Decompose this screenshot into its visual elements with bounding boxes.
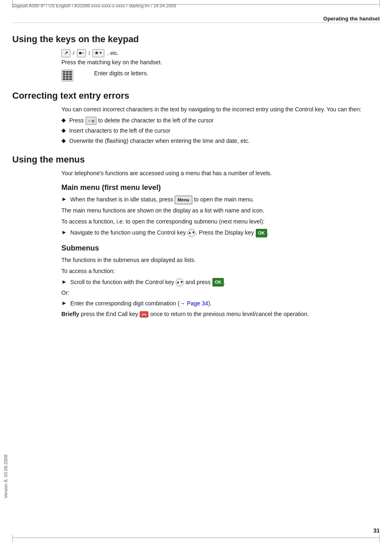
page-number: 31 bbox=[373, 527, 380, 534]
mainmenu-para1: The main menu functions are shown on the… bbox=[61, 206, 380, 215]
subsection-title-submenus: Submenus bbox=[61, 244, 380, 253]
endcall-key-icon bbox=[140, 311, 149, 318]
call-key-icon: ↗ bbox=[61, 49, 70, 57]
menu-key-badge: Menu bbox=[175, 196, 192, 204]
submenus-para1: The functions in the submenus are displa… bbox=[61, 256, 380, 264]
section-title-keys: Using the keys on the keypad bbox=[12, 34, 380, 45]
key-desc-1: Press the matching key on the handset. bbox=[61, 58, 380, 67]
section-title-correcting: Correcting text entry errors bbox=[12, 90, 380, 101]
phone-grid-cell bbox=[61, 70, 94, 81]
page-header: Gigaset A580 IP / US English / A31008-xx… bbox=[12, 3, 380, 8]
header-separator bbox=[12, 23, 380, 23]
etc-label: , etc. bbox=[107, 50, 119, 56]
key-icons-cell: ↗ / ■– / ★⚬ , etc. bbox=[61, 49, 119, 57]
slash-separator: / bbox=[73, 50, 74, 56]
tick-bottom-right bbox=[379, 535, 380, 542]
menus-intro: Your telephone's functions are accessed … bbox=[61, 169, 380, 178]
ok-key-badge-2: OK bbox=[212, 278, 224, 287]
breadcrumb: Gigaset A580 IP / US English / A31008-xx… bbox=[12, 3, 176, 8]
correcting-intro: You can correct incorrect characters in … bbox=[61, 105, 380, 114]
key-row-1: ↗ / ■– / ★⚬ , etc. bbox=[61, 49, 380, 57]
tick-bottom-left bbox=[12, 535, 13, 542]
arrow-bullet-mainmenu-1: ► When the handset is in idle status, pr… bbox=[61, 195, 380, 204]
arrow-bullet-submenus-1: ► Scroll to the function with the Contro… bbox=[61, 278, 380, 287]
hash-key-icon: ■– bbox=[77, 49, 86, 57]
bullet-correct-2: ◆ Insert characters to the left of the c… bbox=[61, 126, 380, 135]
submenus-para2: To access a function: bbox=[61, 267, 380, 276]
arrow-bullet-submenus-2: ► Enter the corresponding digit combinat… bbox=[61, 299, 380, 308]
subsection-title-mainmenu: Main menu (first menu level) bbox=[61, 183, 380, 192]
section-header: Operating the handset bbox=[323, 16, 380, 22]
or-label: Or: bbox=[61, 289, 380, 297]
slash-separator2: / bbox=[88, 50, 90, 56]
sidebar-version: Version 8, 03.09.2008 bbox=[0, 436, 11, 517]
bullet-correct-1: ◆ Press ←c to delete the character to th… bbox=[61, 116, 380, 125]
section-title-menus: Using the menus bbox=[12, 154, 380, 165]
briefly-para: Briefly press the End Call key once to r… bbox=[61, 310, 380, 318]
nav-control-key-2: ▲▼ bbox=[176, 278, 184, 287]
key-desc-2: Enter digits or letters. bbox=[94, 69, 380, 78]
bullet-correct-3: ◆ Overwrite the (flashing) character whe… bbox=[61, 137, 380, 145]
key-row-2: Enter digits or letters. bbox=[61, 69, 380, 81]
ok-key-badge: OK bbox=[256, 229, 268, 237]
star-key-icon: ★⚬ bbox=[92, 49, 104, 57]
backc-key-icon: ←c bbox=[86, 117, 97, 125]
page-34-link[interactable]: Page 34 bbox=[187, 300, 208, 307]
main-content: Using the keys on the keypad ↗ / ■– / ★⚬… bbox=[12, 27, 380, 526]
nav-control-key: ▲▼ bbox=[187, 229, 196, 237]
briefly-bold: Briefly bbox=[61, 311, 79, 317]
arrow-bullet-mainmenu-2: ► Navigate to the function using the Con… bbox=[61, 228, 380, 237]
phone-grid-icon bbox=[61, 70, 73, 81]
mainmenu-para2: To access a function, i.e. to open the c… bbox=[61, 217, 380, 226]
bottom-border bbox=[0, 531, 392, 542]
